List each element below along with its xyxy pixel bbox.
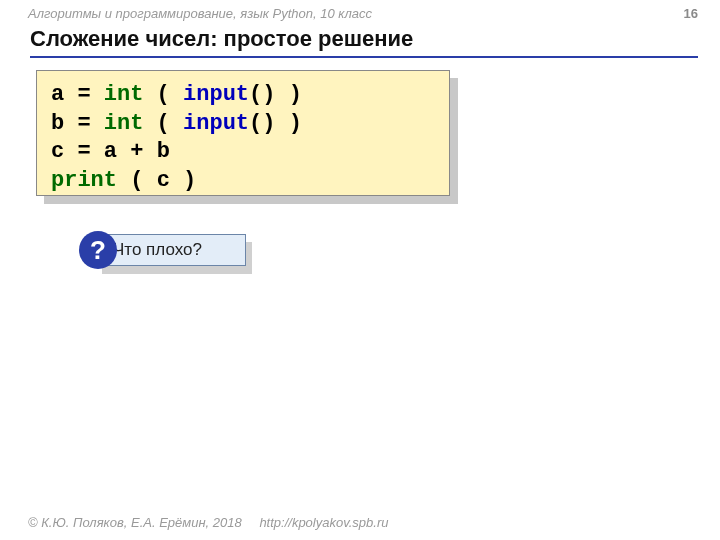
code-token: ( <box>143 82 183 107</box>
code-line: b = int ( input() ) <box>51 110 435 139</box>
copyright: © К.Ю. Поляков, Е.А. Ерёмин, 2018 <box>28 515 242 530</box>
code-token: input <box>183 111 249 136</box>
footer-url: http://kpolyakov.spb.ru <box>259 515 388 530</box>
code-line: print ( c ) <box>51 167 435 196</box>
code-block: a = int ( input() )b = int ( input() )c … <box>36 70 450 196</box>
code-token: () ) <box>249 82 302 107</box>
code-token: c <box>157 168 170 193</box>
slide: Алгоритмы и программирование, язык Pytho… <box>0 0 720 540</box>
code-token: c <box>51 139 64 164</box>
code-line: c = a + b <box>51 138 435 167</box>
code-token: b <box>51 111 64 136</box>
code-listing: a = int ( input() )b = int ( input() )c … <box>36 70 450 196</box>
callout-text: Что плохо? <box>113 240 202 260</box>
callout: ? Что плохо? <box>76 234 246 278</box>
code-token: = <box>64 82 104 107</box>
code-token: int <box>104 111 144 136</box>
code-token: ) <box>170 168 196 193</box>
code-token: + <box>117 139 157 164</box>
code-token: a <box>51 82 64 107</box>
code-token: ( <box>117 168 157 193</box>
question-icon: ? <box>79 231 117 269</box>
code-token: ( <box>143 111 183 136</box>
code-token: print <box>51 168 117 193</box>
code-line: a = int ( input() ) <box>51 81 435 110</box>
slide-title: Сложение чисел: простое решение <box>30 26 698 58</box>
footer: © К.Ю. Поляков, Е.А. Ерёмин, 2018 http:/… <box>28 515 388 530</box>
code-token: b <box>157 139 170 164</box>
code-token: input <box>183 82 249 107</box>
code-token: = <box>64 139 104 164</box>
code-token: a <box>104 139 117 164</box>
code-token: () ) <box>249 111 302 136</box>
code-token: = <box>64 111 104 136</box>
callout-box: ? Что плохо? <box>96 234 246 266</box>
page-number: 16 <box>684 6 698 21</box>
course-header: Алгоритмы и программирование, язык Pytho… <box>28 6 372 21</box>
code-token: int <box>104 82 144 107</box>
